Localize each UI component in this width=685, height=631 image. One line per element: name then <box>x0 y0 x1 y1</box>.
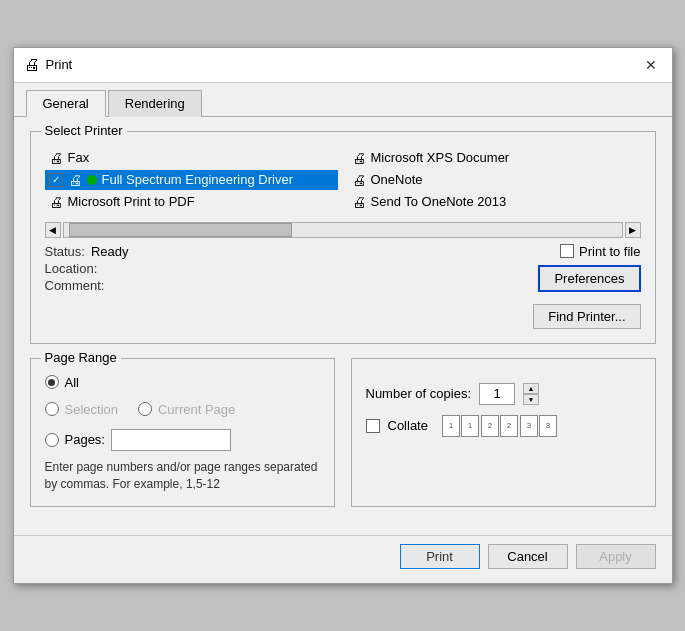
tab-general[interactable]: General <box>26 90 106 117</box>
collate-row: Collate 1 1 2 2 3 3 <box>366 415 641 437</box>
copies-row: Number of copies: ▲ ▼ <box>366 383 641 405</box>
scroll-thumb <box>69 223 292 237</box>
green-status-dot <box>87 175 97 185</box>
collate-checkbox[interactable] <box>366 419 380 433</box>
radio-currentpage[interactable] <box>138 402 152 416</box>
printer-pdf[interactable]: 🖨 Microsoft Print to PDF <box>45 192 338 212</box>
radio-currentpage-row: Current Page <box>138 402 235 417</box>
printer-onenote-name: OneNote <box>371 172 423 187</box>
tabs-bar: General Rendering <box>14 83 672 117</box>
radio-selection-row: Selection <box>45 402 118 417</box>
printer-onenote-icon: 🖨 <box>352 172 366 188</box>
scroll-right[interactable]: ▶ <box>625 222 641 238</box>
radio-selection-label: Selection <box>65 402 118 417</box>
copies-input[interactable] <box>479 383 515 405</box>
page-3a: 3 <box>520 415 538 437</box>
printer-fullspectrum-icon: 🖨 <box>68 172 82 188</box>
pages-hint: Enter page numbers and/or page ranges se… <box>45 459 320 493</box>
cancel-button[interactable]: Cancel <box>488 544 568 569</box>
printer-fullspectrum[interactable]: ✓ 🖨 Full Spectrum Engineering Driver <box>45 170 338 190</box>
page-stack-3: 3 3 <box>520 415 557 437</box>
status-value: Ready <box>91 244 129 259</box>
scroll-left[interactable]: ◀ <box>45 222 61 238</box>
spinner-arrows: ▲ ▼ <box>523 383 539 405</box>
apply-button: Apply <box>576 544 656 569</box>
printer-list: 🖨 Fax 🖨 Microsoft XPS Documer ✓ 🖨 Full S… <box>45 148 641 212</box>
printer-sendonenote-icon: 🖨 <box>352 194 366 210</box>
page-2a: 2 <box>481 415 499 437</box>
find-printer-button[interactable]: Find Printer... <box>533 304 640 329</box>
page-range-group: Page Range All Selection Current Page <box>30 358 335 508</box>
print-to-file-row: Print to file <box>560 244 640 259</box>
bottom-buttons: Print Cancel Apply <box>14 535 672 583</box>
printer-sendopenote[interactable]: 🖨 Send To OneNote 2013 <box>348 192 641 212</box>
radio-pages[interactable] <box>45 433 59 447</box>
title-bar: 🖨 Print ✕ <box>14 48 672 83</box>
preferences-button[interactable]: Preferences <box>538 265 640 292</box>
dialog-icon: 🖨 <box>24 56 40 74</box>
tab-rendering[interactable]: Rendering <box>108 90 202 117</box>
printer-fax-icon: 🖨 <box>49 150 63 166</box>
location-label: Location: <box>45 261 98 276</box>
radio-all-row: All <box>45 375 320 390</box>
bottom-area: Page Range All Selection Current Page <box>30 358 656 522</box>
copies-label: Number of copies: <box>366 386 472 401</box>
print-button[interactable]: Print <box>400 544 480 569</box>
title-bar-left: 🖨 Print <box>24 56 73 74</box>
copies-group: Number of copies: ▲ ▼ Collate 1 1 <box>351 358 656 508</box>
main-content: Select Printer 🖨 Fax 🖨 Microsoft XPS Doc… <box>14 117 672 536</box>
printer-fullspectrum-name: Full Spectrum Engineering Driver <box>102 172 293 187</box>
printer-xps[interactable]: 🖨 Microsoft XPS Documer <box>348 148 641 168</box>
printer-onenote[interactable]: 🖨 OneNote <box>348 170 641 190</box>
radio-pages-row: Pages: <box>45 429 320 451</box>
status-row: Status: Ready <box>45 244 523 259</box>
page-range-label: Page Range <box>41 350 121 365</box>
printer-checkbox: ✓ <box>49 173 63 187</box>
printer-pdf-name: Microsoft Print to PDF <box>68 194 195 209</box>
comment-label: Comment: <box>45 278 105 293</box>
printer-xps-icon: 🖨 <box>352 150 366 166</box>
radio-all[interactable] <box>45 375 59 389</box>
select-printer-group: Select Printer 🖨 Fax 🖨 Microsoft XPS Doc… <box>30 131 656 344</box>
page-stack-2: 2 2 <box>481 415 518 437</box>
select-printer-label: Select Printer <box>41 123 127 138</box>
comment-row: Comment: <box>45 278 523 293</box>
print-to-file-checkbox[interactable] <box>560 244 574 258</box>
top-right-actions: Print to file Preferences Find Printer..… <box>531 244 641 329</box>
printer-pdf-icon: 🖨 <box>49 194 63 210</box>
close-button[interactable]: ✕ <box>640 54 662 76</box>
radio-all-label: All <box>65 375 79 390</box>
radio-currentpage-label: Current Page <box>158 402 235 417</box>
radio-selection[interactable] <box>45 402 59 416</box>
collate-label: Collate <box>388 418 428 433</box>
page-1a: 1 <box>442 415 460 437</box>
page-3b: 3 <box>539 415 557 437</box>
collate-icon: 1 1 2 2 3 3 <box>442 415 557 437</box>
info-buttons: Status: Ready Location: Comment: <box>45 244 641 329</box>
page-2b: 2 <box>500 415 518 437</box>
page-1b: 1 <box>461 415 479 437</box>
dialog-title: Print <box>46 57 73 72</box>
printer-fax[interactable]: 🖨 Fax <box>45 148 338 168</box>
pages-input[interactable] <box>111 429 231 451</box>
print-dialog: 🖨 Print ✕ General Rendering Select Print… <box>13 47 673 585</box>
spinner-down[interactable]: ▼ <box>523 394 539 405</box>
status-label: Status: <box>45 244 85 259</box>
print-to-file-label: Print to file <box>579 244 640 259</box>
spinner-up[interactable]: ▲ <box>523 383 539 394</box>
status-section: Status: Ready Location: Comment: <box>45 244 523 295</box>
scrollbar-row: ◀ ▶ <box>45 222 641 238</box>
radio-pages-label: Pages: <box>65 432 105 447</box>
printer-fax-name: Fax <box>68 150 90 165</box>
scroll-track[interactable] <box>63 222 623 238</box>
printer-xps-name: Microsoft XPS Documer <box>371 150 510 165</box>
printer-sendonenote-name: Send To OneNote 2013 <box>371 194 507 209</box>
page-stack-1: 1 1 <box>442 415 479 437</box>
location-row: Location: <box>45 261 523 276</box>
